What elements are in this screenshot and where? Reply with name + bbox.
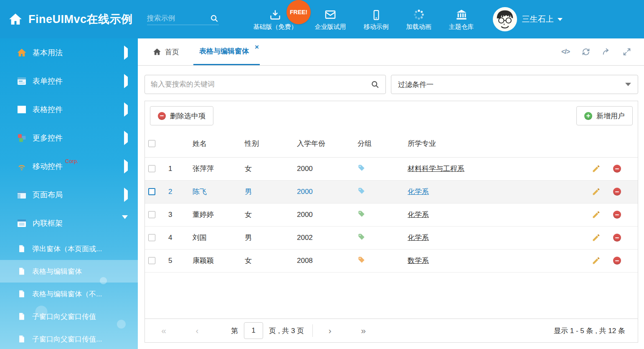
row-number: 3 bbox=[165, 203, 189, 226]
sidebar-item-iframe[interactable]: 内联框架 bbox=[0, 209, 138, 237]
tab-grid-edit-window[interactable]: 表格与编辑窗体 × bbox=[193, 38, 260, 65]
header-search-input[interactable] bbox=[147, 14, 210, 23]
table-row[interactable]: 1 张萍萍 女 2000 材料科学与工程系 bbox=[145, 157, 638, 180]
delete-row-icon[interactable] bbox=[613, 234, 621, 242]
filter-dropdown-value: 过滤条件一 bbox=[398, 80, 434, 89]
edit-pencil-icon[interactable] bbox=[592, 210, 601, 219]
sidebar: 基本用法 表单控件 表格控件 更多控件 bbox=[0, 38, 138, 349]
keyword-search-input[interactable] bbox=[151, 80, 370, 89]
cell-gender: 男 bbox=[241, 226, 294, 249]
sidebar-item-more-controls[interactable]: 更多控件 bbox=[0, 124, 138, 152]
nav-item-label: 移动示例 bbox=[364, 23, 389, 31]
sidebar-item-label: 移动控件 bbox=[33, 161, 63, 171]
sidebar-item-basic-usage[interactable]: 基本用法 bbox=[0, 38, 138, 67]
content-area: 过滤条件一 删除选中项 新增用户 bbox=[138, 66, 644, 349]
delete-row-icon[interactable] bbox=[613, 211, 621, 219]
close-icon[interactable]: × bbox=[255, 43, 259, 51]
sidebar-subitem-grid-edit-window-2[interactable]: 表格与编辑窗体（不... bbox=[0, 283, 138, 305]
grid-toolbar: 删除选中项 新增用户 bbox=[145, 101, 638, 130]
user-name: 三生石上 bbox=[522, 14, 554, 25]
row-checkbox[interactable] bbox=[148, 257, 155, 264]
last-page-icon[interactable]: » bbox=[357, 326, 370, 336]
main-area: 首页 表格与编辑窗体 × </> bbox=[138, 38, 644, 349]
user-menu[interactable]: 三生石上 bbox=[493, 7, 573, 31]
chevron-right-icon bbox=[124, 102, 128, 117]
sidebar-subitem-grid-edit-window[interactable]: 表格与编辑窗体 bbox=[0, 260, 138, 283]
delete-button-label: 删除选中项 bbox=[170, 111, 205, 121]
sidebar-item-label: 表格控件 bbox=[33, 104, 63, 115]
filter-dropdown[interactable]: 过滤条件一 bbox=[391, 75, 638, 94]
open-in-new-icon[interactable] bbox=[602, 47, 611, 56]
delete-row-icon[interactable] bbox=[613, 257, 621, 265]
file-icon bbox=[18, 290, 26, 298]
major-link[interactable]: 化学系 bbox=[408, 211, 429, 219]
page-label-suffix: 页 , 共 3 页 bbox=[269, 326, 304, 336]
sidebar-item-mobile-controls[interactable]: 移动控件 Corp. bbox=[0, 152, 138, 181]
row-checkbox[interactable] bbox=[148, 211, 155, 218]
cell-year: 2002 bbox=[294, 226, 354, 249]
nav-item-enterprise-trial[interactable]: 企业版试用 bbox=[306, 0, 355, 38]
table-row[interactable]: 3 董婷婷 女 2000 化学系 bbox=[145, 203, 638, 226]
delete-row-icon[interactable] bbox=[613, 165, 621, 173]
delete-selected-button[interactable]: 删除选中项 bbox=[150, 106, 213, 125]
row-checkbox[interactable] bbox=[148, 165, 155, 172]
sidebar-subitem-popup-window[interactable]: 弹出窗体（本页面或... bbox=[0, 237, 138, 260]
tab-home[interactable]: 首页 bbox=[150, 38, 182, 65]
nav-item-label: 基础版（免费） bbox=[254, 23, 297, 31]
edit-pencil-icon[interactable] bbox=[592, 164, 601, 173]
sidebar-subitem-label: 弹出窗体（本页面或... bbox=[32, 244, 102, 254]
chevron-down-icon bbox=[122, 215, 128, 227]
sidebar-subitem-child-to-parent[interactable]: 子窗口向父窗口传值 bbox=[0, 305, 138, 328]
sidebar-item-page-layout[interactable]: 页面布局 bbox=[0, 181, 138, 209]
first-page-icon[interactable]: « bbox=[157, 326, 170, 336]
table-row[interactable]: 5 康颖颖 女 2008 数学系 bbox=[145, 249, 638, 272]
major-link[interactable]: 材料科学与工程系 bbox=[408, 165, 464, 173]
refresh-icon[interactable] bbox=[581, 47, 591, 56]
cell-gender: 女 bbox=[241, 203, 294, 226]
cell-name: 陈飞 bbox=[189, 180, 241, 203]
table-icon bbox=[17, 104, 27, 115]
sidebar-item-label: 页面布局 bbox=[33, 190, 63, 200]
page-label-prefix: 第 bbox=[231, 326, 238, 336]
sidebar-item-grid-controls[interactable]: 表格控件 bbox=[0, 95, 138, 124]
sidebar-subitem-child-to-parent-2[interactable]: 子窗口向父窗口传值... bbox=[0, 328, 138, 349]
sidebar-item-form-controls[interactable]: 表单控件 bbox=[0, 67, 138, 95]
source-code-icon[interactable]: </> bbox=[561, 47, 570, 56]
nav-item-loading-animation[interactable]: 加载动画 bbox=[398, 0, 440, 38]
next-page-icon[interactable]: › bbox=[324, 326, 336, 336]
table-row[interactable]: 2 陈飞 男 2000 化学系 bbox=[145, 180, 638, 203]
major-link[interactable]: 化学系 bbox=[408, 234, 429, 242]
nav-item-theme-repo[interactable]: 主题仓库 bbox=[440, 0, 483, 38]
search-icon[interactable] bbox=[370, 80, 380, 89]
major-link[interactable]: 化学系 bbox=[408, 188, 429, 196]
row-checkbox[interactable] bbox=[148, 188, 155, 195]
edit-pencil-icon[interactable] bbox=[592, 233, 601, 242]
page-number-input[interactable] bbox=[244, 322, 263, 339]
app-title: FineUIMvc在线示例 bbox=[28, 12, 133, 27]
download-icon bbox=[269, 8, 281, 20]
table-row[interactable]: 4 刘国 男 2002 化学系 bbox=[145, 226, 638, 249]
home-logo-icon[interactable] bbox=[8, 12, 23, 26]
form-icon bbox=[17, 76, 27, 86]
cell-gender: 男 bbox=[241, 180, 294, 203]
delete-row-icon[interactable] bbox=[613, 188, 621, 196]
col-rownum bbox=[165, 130, 189, 157]
add-user-button[interactable]: 新增用户 bbox=[576, 106, 633, 125]
edit-pencil-icon[interactable] bbox=[592, 187, 601, 196]
corp-badge: Corp. bbox=[65, 158, 79, 164]
users-table: 姓名 性别 入学年份 分组 所学专业 1 张萍萍 bbox=[145, 130, 638, 273]
major-link[interactable]: 数学系 bbox=[408, 257, 429, 265]
sidebar-subitem-label: 表格与编辑窗体（不... bbox=[32, 289, 102, 299]
edit-pencil-icon[interactable] bbox=[592, 256, 601, 265]
bank-icon bbox=[456, 8, 467, 20]
nav-item-mobile-demo[interactable]: 移动示例 bbox=[355, 0, 398, 38]
select-all-checkbox[interactable] bbox=[148, 140, 155, 147]
row-checkbox[interactable] bbox=[148, 234, 155, 241]
row-number: 5 bbox=[165, 249, 189, 272]
spinner-icon bbox=[413, 8, 425, 20]
row-number: 2 bbox=[165, 180, 189, 203]
user-avatar bbox=[493, 7, 517, 31]
fullscreen-icon[interactable] bbox=[622, 47, 631, 56]
search-icon[interactable] bbox=[210, 14, 219, 23]
prev-page-icon[interactable]: ‹ bbox=[191, 326, 203, 336]
